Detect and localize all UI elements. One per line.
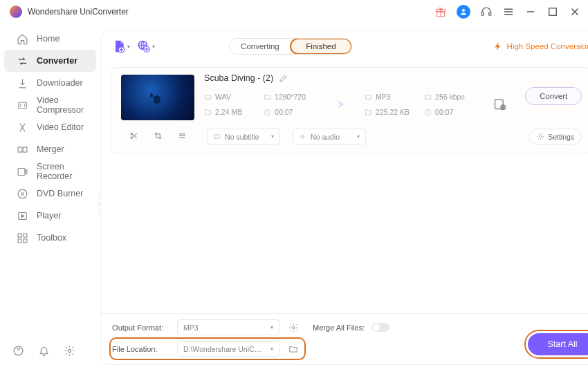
merge-toggle[interactable]: [371, 323, 389, 332]
svg-rect-22: [205, 95, 210, 99]
sidebar-item-label: Screen Recorder: [37, 162, 84, 181]
dst-bitrate: 256 kbps: [435, 93, 465, 101]
arrow-icon: [330, 98, 345, 111]
svg-rect-8: [23, 147, 27, 151]
edit-title-icon[interactable]: [279, 74, 288, 83]
audio-value: No audio: [311, 133, 340, 141]
add-file-button[interactable]: ▾: [112, 36, 130, 57]
svg-point-2: [462, 9, 465, 12]
src-res: 1280*720: [275, 93, 306, 101]
sidebar-item-label: Toolbox: [37, 233, 66, 243]
svg-point-33: [540, 135, 542, 138]
crop-icon[interactable]: [154, 131, 163, 143]
svg-rect-7: [18, 147, 22, 151]
recorder-icon: [17, 166, 28, 178]
conversion-item: Scuba Diving - (2) WAV 1280*720 2.24 MB: [111, 67, 588, 153]
svg-rect-6: [19, 102, 26, 109]
audio-dropdown[interactable]: No audio ▾: [293, 129, 366, 144]
sidebar-item-label: Video Editor: [37, 122, 84, 132]
file-location-dropdown[interactable]: D:\Wondershare UniConverter ▾: [177, 341, 279, 357]
item-settings-button[interactable]: Settings: [529, 129, 582, 144]
sidebar-item-editor[interactable]: Video Editor: [4, 116, 96, 138]
gift-icon[interactable]: [434, 6, 447, 18]
src-size: 2.24 MB: [215, 108, 242, 116]
open-folder-icon[interactable]: [286, 342, 300, 356]
hamburger-icon[interactable]: [502, 6, 515, 18]
sidebar-item-downloader[interactable]: Downloader: [4, 72, 96, 94]
svg-rect-4: [489, 12, 491, 16]
hsc-label: High Speed Conversion: [507, 42, 588, 50]
svg-rect-32: [214, 135, 219, 139]
tab-finished[interactable]: Finished: [291, 39, 351, 54]
footer: Output Format: MP3 ▾ Merge All Files: Fi…: [101, 313, 588, 364]
sidebar-item-dvd[interactable]: DVD Burner: [4, 182, 96, 205]
high-speed-toggle[interactable]: High Speed Conversion: [493, 41, 588, 51]
tab-switch: Converting Finished: [229, 38, 352, 55]
svg-rect-14: [24, 234, 27, 237]
content: ▾ ▾ Converting Finished High Speed Conve…: [100, 24, 588, 365]
app-logo-icon: [10, 6, 22, 18]
sidebar-item-toolbox[interactable]: Toolbox: [4, 227, 96, 249]
dst-dur: 00:07: [435, 108, 453, 116]
converter-icon: [17, 55, 28, 67]
output-format-value: MP3: [183, 324, 199, 332]
compressor-icon: [17, 100, 28, 111]
output-format-dropdown[interactable]: MP3 ▾: [177, 319, 279, 335]
svg-rect-3: [481, 12, 484, 16]
output-settings-icon[interactable]: [493, 97, 507, 111]
sidebar-item-home[interactable]: Home: [4, 28, 96, 50]
home-icon: [17, 33, 28, 45]
svg-rect-13: [18, 234, 21, 237]
headset-icon[interactable]: [480, 6, 493, 18]
sidebar-item-compressor[interactable]: Video Compressor: [4, 94, 96, 116]
minimize-icon[interactable]: [524, 6, 537, 18]
svg-point-11: [21, 192, 24, 195]
sidebar-item-label: DVD Burner: [37, 189, 83, 198]
close-icon[interactable]: [569, 6, 581, 18]
more-icon[interactable]: [178, 131, 187, 143]
settings-label: Settings: [548, 133, 574, 141]
downloader-icon: [17, 77, 28, 89]
svg-point-10: [18, 189, 27, 198]
help-icon[interactable]: [12, 345, 24, 357]
svg-point-34: [292, 326, 295, 329]
format-settings-icon[interactable]: [286, 321, 300, 335]
maximize-icon[interactable]: [546, 6, 559, 18]
app-title: Wondershare UniConverter: [28, 7, 129, 17]
item-title: Scuba Diving - (2): [204, 73, 273, 83]
sidebar-item-label: Player: [37, 211, 61, 221]
sidebar-item-player[interactable]: Player: [4, 205, 96, 227]
tab-converting[interactable]: Converting: [230, 39, 291, 54]
src-dur: 00:07: [275, 108, 293, 116]
player-icon: [17, 210, 28, 222]
svg-rect-26: [425, 95, 430, 99]
sidebar-item-label: Video Compressor: [37, 95, 84, 115]
file-location-value: D:\Wondershare UniConverter: [183, 345, 265, 353]
convert-button[interactable]: Convert: [525, 87, 582, 105]
svg-rect-23: [264, 95, 270, 99]
sidebar-item-label: Downloader: [37, 78, 83, 88]
bell-icon[interactable]: [38, 345, 50, 357]
file-location-label: File Location:: [112, 345, 170, 353]
dst-size: 225.22 KB: [376, 108, 410, 116]
editor-icon: [17, 122, 28, 133]
trim-icon[interactable]: [129, 131, 138, 143]
subtitle-dropdown[interactable]: No subtitle ▾: [207, 129, 280, 144]
start-all-button[interactable]: Start All: [528, 333, 588, 355]
avatar-icon[interactable]: [457, 5, 470, 19]
sidebar-item-converter[interactable]: Converter: [4, 50, 96, 72]
svg-rect-9: [18, 168, 25, 175]
dst-format: MP3: [376, 93, 391, 101]
gear-icon[interactable]: [64, 345, 75, 357]
video-thumbnail[interactable]: [121, 75, 194, 120]
sidebar-item-label: Home: [37, 34, 59, 44]
sidebar-item-label: Converter: [37, 56, 77, 66]
dvd-icon: [17, 188, 28, 200]
merger-icon: [17, 144, 28, 156]
svg-rect-25: [365, 95, 371, 99]
src-format: WAV: [215, 93, 231, 101]
add-url-button[interactable]: ▾: [137, 36, 155, 57]
sidebar-item-merger[interactable]: Merger: [4, 138, 96, 160]
sidebar-item-recorder[interactable]: Screen Recorder: [4, 160, 96, 182]
merge-label: Merge All Files:: [313, 324, 365, 332]
